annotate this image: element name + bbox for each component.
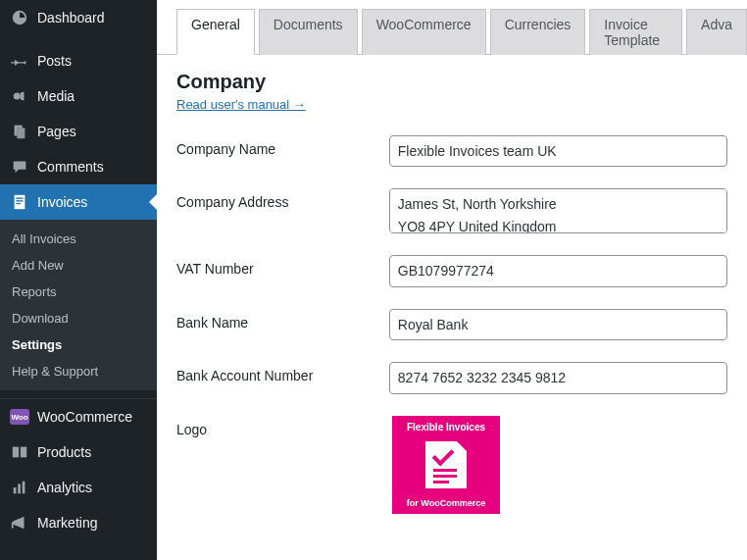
submenu-item-reports[interactable]: Reports: [0, 279, 157, 305]
sidebar-item-media[interactable]: Media: [0, 78, 157, 114]
svg-point-0: [14, 92, 21, 99]
logo-preview[interactable]: Flexible Invoices for WooCommerce: [392, 416, 500, 514]
sidebar-item-label: Media: [37, 88, 75, 104]
main-content: General Documents WooCommerce Currencies…: [157, 0, 747, 560]
sidebar-item-label: Pages: [37, 124, 76, 139]
svg-rect-5: [16, 198, 23, 199]
sidebar-item-label: Products: [37, 444, 91, 460]
sidebar-item-invoices[interactable]: Invoices: [0, 184, 157, 220]
label-vat: VAT Number: [176, 255, 389, 277]
sidebar-item-label: Analytics: [37, 480, 92, 495]
logo-text-bottom: for WooCommerce: [407, 498, 485, 508]
marketing-icon: [10, 513, 29, 533]
media-icon: [10, 86, 29, 106]
tab-currencies[interactable]: Currencies: [490, 9, 586, 55]
company-address-input[interactable]: [389, 188, 727, 233]
tab-general[interactable]: General: [176, 9, 255, 55]
sidebar-item-dashboard[interactable]: Dashboard: [0, 0, 157, 35]
submenu-item-help-support[interactable]: Help & Support: [0, 358, 157, 384]
svg-rect-10: [14, 487, 17, 493]
sidebar-item-label: Invoices: [37, 194, 87, 210]
svg-rect-6: [16, 200, 23, 201]
bank-account-input[interactable]: [389, 362, 727, 393]
svg-rect-12: [23, 482, 25, 494]
tab-advanced[interactable]: Adva: [686, 9, 747, 55]
pages-icon: [10, 122, 29, 141]
dashboard-icon: [10, 8, 29, 27]
submenu-item-settings[interactable]: Settings: [0, 331, 157, 358]
bank-name-input[interactable]: [389, 309, 727, 340]
svg-rect-7: [16, 203, 21, 204]
row-bank-acct: Bank Account Number: [176, 362, 727, 393]
row-company-address: Company Address: [176, 188, 727, 233]
vat-input[interactable]: [389, 255, 727, 286]
analytics-icon: [10, 478, 29, 497]
label-company-address: Company Address: [176, 188, 389, 210]
products-icon: [10, 442, 29, 462]
woocommerce-icon: Woo: [10, 407, 29, 427]
sidebar-item-posts[interactable]: Posts: [0, 43, 157, 78]
svg-rect-4: [15, 195, 25, 209]
sidebar-item-label: Posts: [37, 53, 72, 69]
submenu-item-add-new[interactable]: Add New: [0, 252, 157, 279]
submenu-item-download[interactable]: Download: [0, 305, 157, 331]
sidebar-item-comments[interactable]: Comments: [0, 149, 157, 184]
row-company-name: Company Name: [176, 135, 727, 167]
settings-panel: Company Read user's manual → Company Nam…: [157, 55, 747, 551]
sidebar-submenu-invoices: All Invoices Add New Reports Download Se…: [0, 220, 157, 390]
row-bank-name: Bank Name: [176, 309, 727, 340]
logo-document-icon: [425, 441, 467, 488]
tab-woocommerce[interactable]: WooCommerce: [362, 9, 486, 55]
row-logo: Logo Flexible Invoices for WooCommerce: [176, 416, 727, 514]
settings-tabs: General Documents WooCommerce Currencies…: [157, 0, 747, 55]
submenu-item-all-invoices[interactable]: All Invoices: [0, 226, 157, 252]
company-name-input[interactable]: [389, 135, 727, 167]
pin-icon: [10, 51, 29, 71]
label-bank-acct: Bank Account Number: [176, 362, 389, 383]
sidebar-item-label: Dashboard: [37, 10, 105, 25]
label-logo: Logo: [176, 416, 392, 437]
logo-text-top: Flexible Invoices: [407, 422, 485, 433]
section-title: Company: [176, 71, 727, 93]
sidebar-item-products[interactable]: Products: [0, 434, 157, 470]
tab-documents[interactable]: Documents: [259, 9, 358, 55]
admin-sidebar: Dashboard Posts Media Pages Comments Inv…: [0, 0, 157, 560]
invoice-icon: [10, 192, 29, 212]
label-company-name: Company Name: [176, 135, 389, 157]
row-vat: VAT Number: [176, 255, 727, 286]
label-bank-name: Bank Name: [176, 309, 389, 331]
tab-invoice-template[interactable]: Invoice Template: [589, 9, 682, 55]
svg-rect-3: [17, 127, 25, 138]
read-manual-link[interactable]: Read user's manual →: [176, 97, 306, 112]
svg-rect-8: [13, 447, 19, 458]
sidebar-item-marketing[interactable]: Marketing: [0, 505, 157, 540]
sidebar-item-label: Comments: [37, 159, 104, 175]
sidebar-item-label: Marketing: [37, 515, 97, 531]
svg-rect-11: [18, 484, 21, 493]
sidebar-item-label: WooCommerce: [37, 409, 132, 425]
sidebar-item-pages[interactable]: Pages: [0, 114, 157, 149]
sidebar-item-woocommerce[interactable]: Woo WooCommerce: [0, 399, 157, 434]
comments-icon: [10, 157, 29, 177]
svg-rect-9: [21, 447, 26, 458]
sidebar-item-analytics[interactable]: Analytics: [0, 470, 157, 505]
